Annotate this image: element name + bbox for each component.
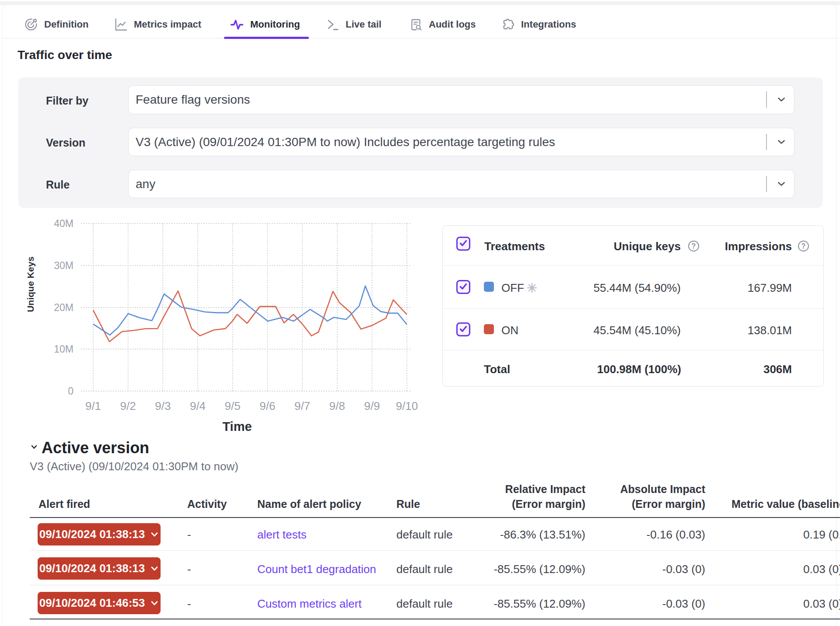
- svg-text:9/6: 9/6: [259, 399, 275, 413]
- svg-text:9/1: 9/1: [85, 399, 101, 413]
- svg-text:Unique Keys: Unique Keys: [25, 256, 35, 312]
- svg-text:10M: 10M: [54, 343, 74, 355]
- svg-text:9/2: 9/2: [120, 399, 136, 413]
- svg-text:9/10: 9/10: [396, 399, 418, 413]
- svg-text:9/8: 9/8: [329, 399, 345, 413]
- svg-text:9/3: 9/3: [155, 399, 171, 413]
- svg-text:9/5: 9/5: [225, 399, 241, 413]
- svg-text:40M: 40M: [54, 218, 74, 229]
- svg-text:Time: Time: [222, 420, 252, 434]
- svg-text:9/9: 9/9: [364, 399, 380, 413]
- svg-text:30M: 30M: [54, 260, 74, 271]
- svg-text:9/7: 9/7: [294, 399, 310, 413]
- svg-text:9/4: 9/4: [190, 399, 206, 413]
- svg-text:?: ?: [802, 242, 806, 250]
- svg-text:20M: 20M: [54, 302, 74, 313]
- svg-text:?: ?: [692, 242, 696, 250]
- svg-text:0: 0: [68, 385, 74, 397]
